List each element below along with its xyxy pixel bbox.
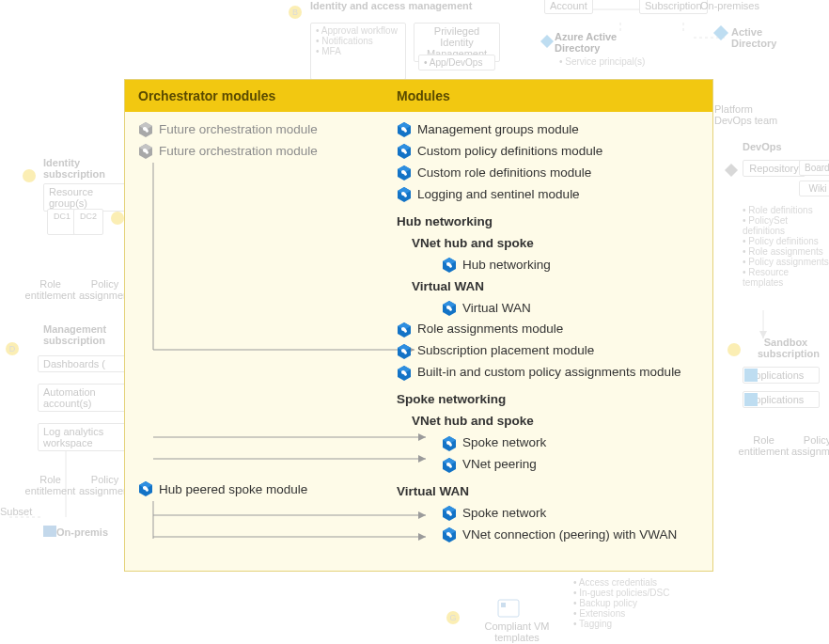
modules-column: Modules Management groups module Custom …: [383, 80, 712, 571]
module-custom-policy: Custom policy definitions module: [397, 141, 712, 163]
subsection-vnet-hub: VNet hub and spoke: [412, 233, 712, 255]
svg-rect-14: [744, 393, 758, 406]
subsection-vwan: Virtual WAN: [412, 276, 712, 298]
module-spoke-network-2: Spoke network: [442, 503, 712, 525]
svg-rect-11: [498, 600, 519, 617]
subsection-vnet-hub2: VNet hub and spoke: [412, 411, 712, 432]
orchestrator-header: Orchestrator modules: [125, 80, 383, 112]
svg-marker-9: [713, 25, 728, 40]
module-vnet-peering: VNet peering: [442, 454, 712, 476]
module-role-assignments: Role assignments module: [397, 319, 712, 340]
orchestrator-column: Orchestrator modules Future orchestratio…: [125, 80, 383, 571]
modules-header: Modules: [383, 80, 712, 112]
future-module-1: Future orchestration module: [138, 119, 383, 141]
future-module-2: Future orchestration module: [138, 141, 383, 163]
module-subscription-placement: Subscription placement module: [397, 340, 712, 362]
module-vnet-connection: VNet connection (peering) with VWAN: [442, 525, 712, 546]
module-hub-networking: Hub networking: [442, 255, 712, 276]
module-logging: Logging and sentinel module: [397, 184, 712, 206]
svg-rect-12: [501, 603, 506, 607]
hub-peered-spoke-module: Hub peered spoke module: [138, 481, 307, 496]
svg-rect-10: [43, 526, 56, 537]
modules-panel: Orchestrator modules Future orchestratio…: [124, 79, 713, 572]
module-policy-assignments: Built-in and custom policy assignments m…: [397, 362, 712, 384]
svg-marker-15: [725, 164, 738, 177]
module-custom-role: Custom role definitions module: [397, 163, 712, 184]
svg-marker-8: [540, 35, 554, 48]
svg-rect-13: [744, 369, 758, 382]
module-vwan: Virtual WAN: [442, 298, 712, 320]
section-hub-networking: Hub networking: [397, 212, 712, 233]
module-spoke-network-1: Spoke network: [442, 432, 712, 454]
section-spoke-networking: Spoke networking: [397, 389, 712, 411]
module-management-groups: Management groups module: [397, 119, 712, 141]
svg-marker-5: [759, 331, 767, 338]
section-vwan2: Virtual WAN: [397, 481, 712, 503]
